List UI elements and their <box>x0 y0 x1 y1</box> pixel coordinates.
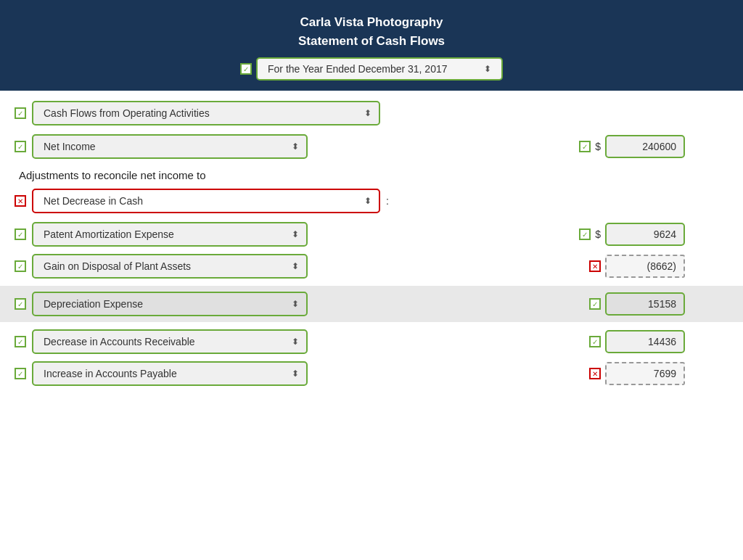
decrease-ar-value-box[interactable]: 14436 <box>605 330 685 353</box>
net-income-row: ✓ Net Income ⬍ ✓ $ 240600 <box>15 134 728 159</box>
cash-flows-dropdown[interactable]: Cash Flows from Operating Activities ⬍ <box>32 101 380 125</box>
net-decrease-checkbox-red[interactable]: ✕ <box>15 195 26 207</box>
net-decrease-dropdown[interactable]: Net Decrease in Cash ⬍ <box>32 189 380 213</box>
cash-flows-row: ✓ Cash Flows from Operating Activities ⬍ <box>15 101 728 125</box>
net-decrease-label: Net Decrease in Cash <box>44 195 143 207</box>
gain-dropdown[interactable]: Gain on Disposal of Plant Assets ⬍ <box>32 254 308 279</box>
dollar-sign-net-income: $ <box>595 141 601 152</box>
patent-checkbox[interactable]: ✓ <box>15 228 26 240</box>
company-name: Carla Vista Photography <box>7 13 736 32</box>
depreciation-row: ✓ Depreciation Expense ⬍ ✓ 15158 <box>0 286 743 322</box>
net-income-value-checkbox[interactable]: ✓ <box>579 141 591 152</box>
net-income-label: Net Income <box>44 141 96 152</box>
date-dropdown[interactable]: For the Year Ended December 31, 2017 ⬍ <box>256 57 503 81</box>
depreciation-dropdown[interactable]: Depreciation Expense ⬍ <box>32 292 308 316</box>
net-income-dropdown[interactable]: Net Income ⬍ <box>32 134 308 159</box>
cash-flows-label: Cash Flows from Operating Activities <box>44 107 210 119</box>
statement-title: Statement of Cash Flows <box>7 32 736 51</box>
increase-ap-label: Increase in Accounts Payable <box>44 368 177 379</box>
decrease-ar-arrow-icon: ⬍ <box>292 337 299 347</box>
depreciation-value-checkbox[interactable]: ✓ <box>589 298 601 310</box>
depreciation-checkbox[interactable]: ✓ <box>15 298 26 310</box>
cash-flows-checkbox[interactable]: ✓ <box>15 107 26 119</box>
increase-ap-dropdown[interactable]: Increase in Accounts Payable ⬍ <box>32 361 308 386</box>
net-decrease-arrow-icon: ⬍ <box>364 196 372 206</box>
gain-value-box[interactable]: (8662) <box>605 255 685 278</box>
net-income-arrow-icon: ⬍ <box>292 141 299 152</box>
gain-checkbox[interactable]: ✓ <box>15 260 26 272</box>
decrease-ar-row: ✓ Decrease in Accounts Receivable ⬍ ✓ 14… <box>15 329 728 354</box>
decrease-ar-value-checkbox[interactable]: ✓ <box>589 336 601 347</box>
depreciation-arrow-icon: ⬍ <box>292 299 299 309</box>
patent-row: ✓ Patent Amortization Expense ⬍ ✓ $ 9624 <box>15 222 728 247</box>
date-checkbox[interactable]: ✓ <box>240 63 252 75</box>
patent-value-checkbox[interactable]: ✓ <box>579 228 591 240</box>
gain-row: ✓ Gain on Disposal of Plant Assets ⬍ ✕ (… <box>15 254 728 279</box>
increase-ap-checkbox[interactable]: ✓ <box>15 368 26 379</box>
net-income-value-box[interactable]: 240600 <box>605 135 685 158</box>
net-income-checkbox[interactable]: ✓ <box>15 141 26 152</box>
depreciation-label: Depreciation Expense <box>44 298 143 310</box>
decrease-ar-dropdown[interactable]: Decrease in Accounts Receivable ⬍ <box>32 329 308 354</box>
increase-ap-arrow-icon: ⬍ <box>292 368 299 379</box>
patent-label: Patent Amortization Expense <box>44 228 174 240</box>
increase-ap-value-box[interactable]: 7699 <box>605 362 685 385</box>
patent-arrow-icon: ⬍ <box>292 229 299 239</box>
date-arrow-icon: ⬍ <box>484 64 491 74</box>
patent-value-box[interactable]: 9624 <box>605 223 685 246</box>
gain-arrow-icon: ⬍ <box>292 261 299 271</box>
cash-flows-arrow-icon: ⬍ <box>364 108 372 118</box>
increase-ap-row: ✓ Increase in Accounts Payable ⬍ ✕ 7699 <box>15 361 728 386</box>
gain-label: Gain on Disposal of Plant Assets <box>44 260 191 272</box>
decrease-ar-label: Decrease in Accounts Receivable <box>44 336 195 347</box>
date-label: For the Year Ended December 31, 2017 <box>268 63 448 75</box>
adjustments-label: Adjustments to reconcile net income to <box>19 169 728 181</box>
decrease-ar-checkbox[interactable]: ✓ <box>15 336 26 347</box>
dollar-sign-patent: $ <box>595 228 601 240</box>
net-decrease-row: ✕ Net Decrease in Cash ⬍ : <box>15 189 728 213</box>
page-header: Carla Vista Photography Statement of Cas… <box>0 0 743 91</box>
increase-ap-value-checkbox-x[interactable]: ✕ <box>589 368 601 379</box>
gain-value-checkbox-x[interactable]: ✕ <box>589 260 601 272</box>
colon-separator: : <box>386 195 389 207</box>
patent-dropdown[interactable]: Patent Amortization Expense ⬍ <box>32 222 308 247</box>
depreciation-value-box[interactable]: 15158 <box>605 292 685 316</box>
